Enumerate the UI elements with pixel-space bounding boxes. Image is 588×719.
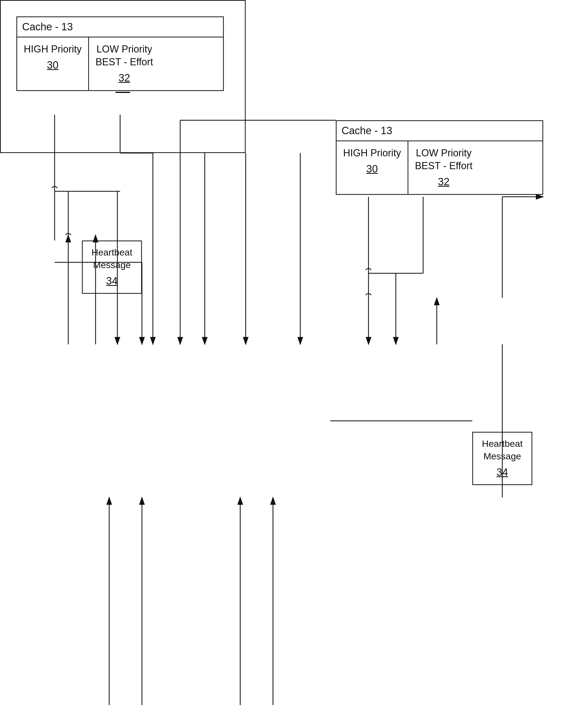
cache-left-title: Cache - 13 bbox=[17, 17, 223, 37]
cache-right-high-priority: HIGH Priority 30 bbox=[337, 141, 408, 194]
cache-right-low-priority: LOW PriorityBEST - Effort 32 bbox=[408, 141, 479, 194]
heartbeat-left-box: HeartbeatMessage 34 bbox=[82, 240, 142, 294]
heartbeat-right-box: HeartbeatMessage 34 bbox=[472, 432, 532, 485]
cache-left-low-priority: LOW PriorityBEST - Effort 32 bbox=[89, 37, 160, 90]
cache-left-box: Cache - 13 HIGH Priority 30 LOW Priority… bbox=[16, 16, 224, 91]
cache-left-high-priority: HIGH Priority 30 bbox=[17, 37, 89, 90]
cache-right-box: Cache - 13 HIGH Priority 30 LOW Priority… bbox=[336, 120, 543, 195]
cache-right-title: Cache - 13 bbox=[337, 121, 542, 141]
diagram-container: Cache - 13 HIGH Priority 30 LOW Priority… bbox=[0, 0, 588, 719]
